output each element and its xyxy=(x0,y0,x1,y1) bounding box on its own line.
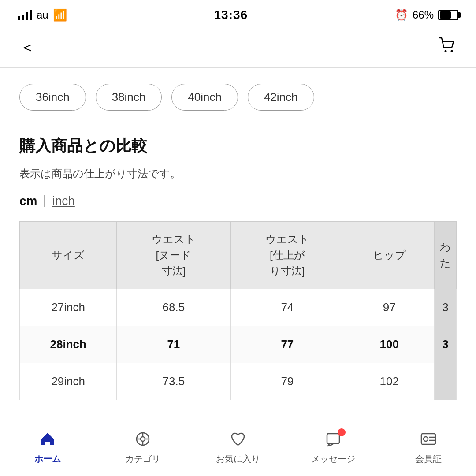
unit-toggle: cm inch xyxy=(19,194,457,208)
unit-inch[interactable]: inch xyxy=(52,194,74,208)
comparison-section: 購入商品との比較 表示は商品の仕上がり寸法です。 cm inch xyxy=(0,126,476,208)
size-pill-40inch[interactable]: 40inch xyxy=(171,84,238,111)
status-right: ⏰ 66% xyxy=(395,9,458,21)
col-header-waist-finish: ウエスト[仕上がり寸法] xyxy=(231,222,344,289)
status-bar: au 📶 13:36 ⏰ 66% xyxy=(0,0,476,26)
alarm-icon: ⏰ xyxy=(395,9,408,21)
cell-size: 28inch xyxy=(20,326,117,363)
cell-other: 3 xyxy=(435,326,457,363)
col-header-waist-nude: ウエスト[ヌード寸法] xyxy=(117,222,231,289)
section-title: 購入商品との比較 xyxy=(19,135,457,157)
svg-point-10 xyxy=(424,437,428,441)
nav-label-membership: 会員証 xyxy=(415,453,442,465)
col-header-other: わた xyxy=(435,222,457,289)
message-badge xyxy=(338,428,346,436)
unit-divider xyxy=(44,195,45,207)
size-pills-container: 36inch 38inch 40inch 42inch xyxy=(0,68,476,126)
cell-waist-nude: 71 xyxy=(117,326,231,363)
status-left: au 📶 xyxy=(18,8,67,22)
unit-cm[interactable]: cm xyxy=(19,194,37,208)
nav-label-messages: メッセージ xyxy=(311,453,355,465)
cell-size: 29inch xyxy=(20,363,117,400)
section-desc: 表示は商品の仕上がり寸法です。 xyxy=(19,167,457,181)
heart-icon xyxy=(229,430,247,450)
svg-point-0 xyxy=(445,50,447,52)
size-pill-42inch[interactable]: 42inch xyxy=(248,84,314,111)
carrier-label: au xyxy=(37,9,48,21)
battery-icon xyxy=(438,10,458,20)
table-row: 29inch 73.5 79 102 xyxy=(20,363,457,400)
battery-percent: 66% xyxy=(413,9,434,21)
svg-point-3 xyxy=(141,437,145,441)
cell-waist-nude: 73.5 xyxy=(117,363,231,400)
cell-hip: 97 xyxy=(344,289,435,326)
cell-hip: 100 xyxy=(344,326,435,363)
nav-label-home: ホーム xyxy=(34,453,61,465)
signal-icon xyxy=(18,10,32,20)
wifi-icon: 📶 xyxy=(53,8,67,22)
table-row-highlighted: 28inch 71 77 100 3 xyxy=(20,326,457,363)
col-header-hip: ヒップ xyxy=(344,222,435,289)
clock: 13:36 xyxy=(214,8,248,22)
nav-item-membership[interactable]: 会員証 xyxy=(393,430,464,465)
svg-rect-8 xyxy=(327,434,339,443)
nav-item-messages[interactable]: メッセージ xyxy=(298,430,368,465)
cart-button[interactable] xyxy=(437,35,457,59)
table-row: 27inch 68.5 74 97 3 xyxy=(20,289,457,326)
category-icon xyxy=(134,430,152,450)
cell-waist-nude: 68.5 xyxy=(117,289,231,326)
cell-other: 3 xyxy=(435,289,457,326)
message-icon xyxy=(324,430,342,450)
cell-waist-finish: 79 xyxy=(231,363,344,400)
home-icon xyxy=(39,430,56,450)
size-pill-36inch[interactable]: 36inch xyxy=(19,84,86,111)
size-pill-38inch[interactable]: 38inch xyxy=(96,84,162,111)
cell-hip: 102 xyxy=(344,363,435,400)
nav-item-category[interactable]: カテゴリ xyxy=(108,430,178,465)
size-table-wrapper: サイズ ウエスト[ヌード寸法] ウエスト[仕上がり寸法] ヒップ わた 27in… xyxy=(19,221,457,400)
svg-point-1 xyxy=(451,50,453,52)
col-header-size: サイズ xyxy=(20,222,117,289)
cell-waist-finish: 74 xyxy=(231,289,344,326)
nav-item-favorites[interactable]: お気に入り xyxy=(203,430,273,465)
bottom-nav: ホーム カテゴリ お気に入り xyxy=(0,419,476,476)
cell-waist-finish: 77 xyxy=(231,326,344,363)
cell-size: 27inch xyxy=(20,289,117,326)
back-button[interactable]: ＜ xyxy=(19,39,35,55)
nav-label-favorites: お気に入り xyxy=(216,453,260,465)
size-table: サイズ ウエスト[ヌード寸法] ウエスト[仕上がり寸法] ヒップ わた 27in… xyxy=(19,221,457,400)
nav-bar: ＜ xyxy=(0,26,476,68)
nav-label-category: カテゴリ xyxy=(125,453,160,465)
cell-other xyxy=(435,363,457,400)
nav-item-home[interactable]: ホーム xyxy=(12,430,83,465)
membership-icon xyxy=(420,430,437,450)
